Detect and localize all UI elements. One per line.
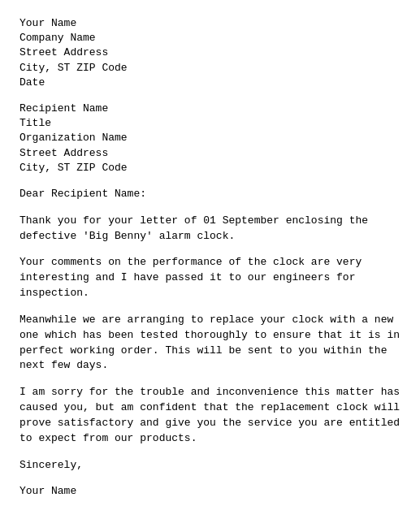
- recipient-name: Recipient Name: [19, 102, 401, 116]
- paragraph-1: Thank you for your letter of 01 Septembe…: [19, 214, 401, 244]
- sender-name: Your Name: [19, 16, 401, 31]
- closing-line: Sincerely,: [19, 458, 401, 473]
- salutation: Dear Recipient Name:: [19, 187, 401, 202]
- recipient-city: City, ST ZIP Code: [19, 161, 401, 175]
- recipient-title: Title: [19, 116, 401, 131]
- signature-block: Your Name: [19, 484, 401, 499]
- recipient-address: Recipient Name Title Organization Name S…: [19, 102, 401, 175]
- paragraph-4: I am sorry for the trouble and inconveni…: [19, 385, 401, 446]
- signature-name: Your Name: [19, 485, 76, 497]
- recipient-street: Street Address: [19, 146, 401, 161]
- recipient-org: Organization Name: [19, 131, 401, 145]
- sender-company: Company Name: [19, 31, 401, 45]
- closing-text: Sincerely,: [19, 459, 83, 471]
- sender-city: City, ST ZIP Code: [19, 61, 401, 76]
- sender-date: Date: [19, 76, 401, 90]
- sender-address: Your Name Company Name Street Address Ci…: [19, 16, 401, 90]
- paragraph-2: Your comments on the performance of the …: [19, 255, 401, 301]
- paragraph-3: Meanwhile we are arranging to replace yo…: [19, 313, 401, 374]
- sender-street: Street Address: [19, 45, 401, 60]
